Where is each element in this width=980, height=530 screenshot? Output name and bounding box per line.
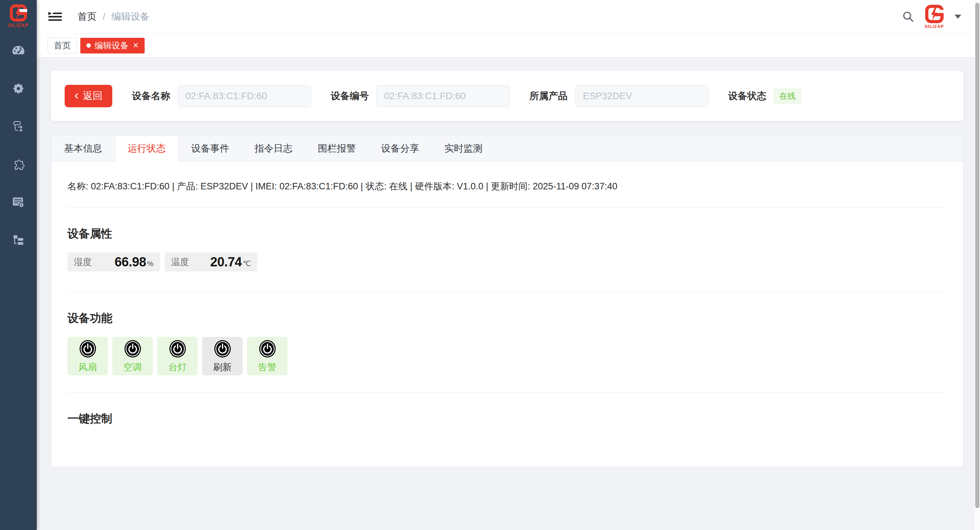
product-input[interactable] bbox=[575, 85, 708, 107]
function-ac-label: 空调 bbox=[124, 361, 142, 373]
section-title-one-key: 一键控制 bbox=[67, 411, 947, 426]
tag-edit-device-label: 编辑设备 bbox=[95, 40, 129, 51]
navbar-right: SILIZAP bbox=[902, 5, 962, 29]
divider bbox=[67, 292, 947, 292]
product-label: 所属产品 bbox=[530, 89, 568, 102]
sidebar-logo[interactable]: SILIZAP bbox=[8, 0, 29, 28]
function-lamp-label: 台灯 bbox=[169, 361, 187, 373]
breadcrumb-home[interactable]: 首页 bbox=[78, 10, 97, 23]
field-product: 所属产品 bbox=[530, 85, 708, 107]
function-refresh-button[interactable]: 刷新 bbox=[202, 337, 243, 375]
sidebar-item-logs[interactable] bbox=[11, 195, 26, 209]
tag-home[interactable]: 首页 bbox=[48, 38, 77, 53]
device-status-group: 设备状态 在线 bbox=[728, 89, 801, 104]
stat-temperature-value: 20.74 bbox=[210, 255, 242, 270]
breadcrumb: 首页 / 编辑设备 bbox=[78, 10, 150, 23]
tab-fence-alarm[interactable]: 围栏报警 bbox=[305, 136, 369, 161]
scrollbar-track bbox=[975, 0, 980, 530]
device-number-label: 设备编号 bbox=[331, 89, 369, 102]
tag-active-dot bbox=[86, 43, 91, 48]
function-alert-button[interactable]: 告警 bbox=[247, 337, 288, 375]
tab-realtime-monitor[interactable]: 实时监测 bbox=[432, 136, 495, 161]
top-navbar: 首页 / 编辑设备 SILIZAP bbox=[37, 0, 980, 34]
section-title-functions: 设备功能 bbox=[67, 311, 947, 326]
divider bbox=[67, 208, 947, 208]
hamburger-icon[interactable] bbox=[48, 11, 63, 23]
tab-basic-info[interactable]: 基本信息 bbox=[51, 136, 115, 161]
device-name-label: 设备名称 bbox=[132, 89, 170, 102]
breadcrumb-current: 编辑设备 bbox=[111, 10, 150, 23]
page-content: ‹ 返回 设备名称 设备编号 所属产品 设备状态 在线 bbox=[37, 57, 980, 467]
device-tabs-card: 基本信息 运行状态 设备事件 指令日志 围栏报警 设备分享 实时监测 名称: 0… bbox=[51, 135, 963, 467]
device-number-input[interactable] bbox=[376, 85, 510, 107]
function-fan-button[interactable]: 风扇 bbox=[67, 337, 108, 375]
running-status-panel: 名称: 02:FA:83:C1:FD:60 | 产品: ESP32DEV | I… bbox=[51, 161, 963, 467]
sidebar-item-categories[interactable] bbox=[11, 232, 26, 247]
back-chevron-icon: ‹ bbox=[75, 89, 79, 102]
tag-edit-device[interactable]: 编辑设备 × bbox=[80, 38, 145, 53]
sidebar-item-settings[interactable] bbox=[11, 81, 26, 96]
power-icon bbox=[258, 339, 277, 358]
section-title-attributes: 设备属性 bbox=[67, 226, 947, 241]
tab-running-status[interactable]: 运行状态 bbox=[115, 136, 179, 162]
stat-humidity-unit: % bbox=[147, 260, 153, 268]
category-tree-icon bbox=[11, 233, 25, 247]
sidebar-nav bbox=[11, 28, 26, 247]
stat-temperature-label: 温度 bbox=[171, 256, 189, 268]
avatar-brand-text: SILIZAP bbox=[924, 24, 944, 29]
field-device-name: 设备名称 bbox=[132, 85, 311, 107]
sidebar: SILIZAP bbox=[0, 0, 37, 530]
device-tree-icon bbox=[11, 119, 25, 134]
search-icon[interactable] bbox=[902, 11, 914, 23]
sidebar-item-dashboard[interactable] bbox=[11, 43, 26, 58]
sidebar-brand-text: SILIZAP bbox=[8, 22, 29, 28]
tabs-header: 基本信息 运行状态 设备事件 指令日志 围栏报警 设备分享 实时监测 bbox=[51, 136, 963, 161]
function-lamp-button[interactable]: 台灯 bbox=[157, 337, 198, 375]
device-name-input[interactable] bbox=[178, 85, 311, 107]
scrollbar-thumb[interactable] bbox=[975, 3, 979, 508]
avatar-logo-icon bbox=[925, 5, 944, 24]
tab-command-logs[interactable]: 指令日志 bbox=[242, 136, 305, 161]
stat-humidity-value: 66.98 bbox=[115, 255, 146, 270]
function-refresh-label: 刷新 bbox=[213, 361, 232, 373]
silizap-logo-icon bbox=[10, 4, 27, 22]
device-toolbar-card: ‹ 返回 设备名称 设备编号 所属产品 设备状态 在线 bbox=[51, 71, 963, 121]
dashboard-icon bbox=[11, 44, 25, 58]
tag-close-icon[interactable]: × bbox=[133, 41, 138, 50]
plugin-puzzle-icon bbox=[11, 157, 25, 171]
tag-home-label: 首页 bbox=[54, 40, 71, 51]
tab-device-share[interactable]: 设备分享 bbox=[369, 136, 432, 161]
power-icon bbox=[79, 339, 97, 358]
log-list-icon bbox=[11, 195, 25, 209]
power-icon bbox=[124, 339, 142, 358]
stat-humidity-label: 湿度 bbox=[74, 256, 92, 268]
stat-humidity: 湿度 66.98 % bbox=[67, 252, 160, 271]
attribute-row: 湿度 66.98 % 温度 20.74 ℃ bbox=[67, 252, 947, 271]
device-status-label: 设备状态 bbox=[728, 89, 766, 102]
function-ac-button[interactable]: 空调 bbox=[112, 337, 153, 375]
sidebar-item-devices[interactable] bbox=[11, 119, 26, 134]
sidebar-item-plugins[interactable] bbox=[11, 157, 26, 172]
status-badge: 在线 bbox=[774, 89, 801, 104]
settings-gear-icon bbox=[11, 81, 25, 96]
function-alert-label: 告警 bbox=[258, 361, 277, 373]
breadcrumb-separator: / bbox=[103, 11, 105, 22]
user-avatar[interactable]: SILIZAP bbox=[924, 5, 944, 29]
tagbar: 首页 编辑设备 × bbox=[37, 34, 980, 57]
back-button[interactable]: ‹ 返回 bbox=[65, 85, 112, 107]
function-fan-label: 风扇 bbox=[79, 361, 97, 373]
chevron-down-icon[interactable] bbox=[954, 14, 962, 19]
device-summary-line: 名称: 02:FA:83:C1:FD:60 | 产品: ESP32DEV | I… bbox=[67, 180, 947, 192]
stat-temperature: 温度 20.74 ℃ bbox=[165, 252, 257, 271]
function-row: 风扇 空调 台灯 刷新 bbox=[67, 337, 947, 375]
tab-device-events[interactable]: 设备事件 bbox=[179, 136, 242, 161]
power-icon bbox=[169, 339, 187, 358]
field-device-number: 设备编号 bbox=[331, 85, 510, 107]
stat-temperature-unit: ℃ bbox=[243, 260, 251, 268]
power-icon bbox=[213, 339, 232, 358]
back-button-label: 返回 bbox=[83, 89, 102, 103]
